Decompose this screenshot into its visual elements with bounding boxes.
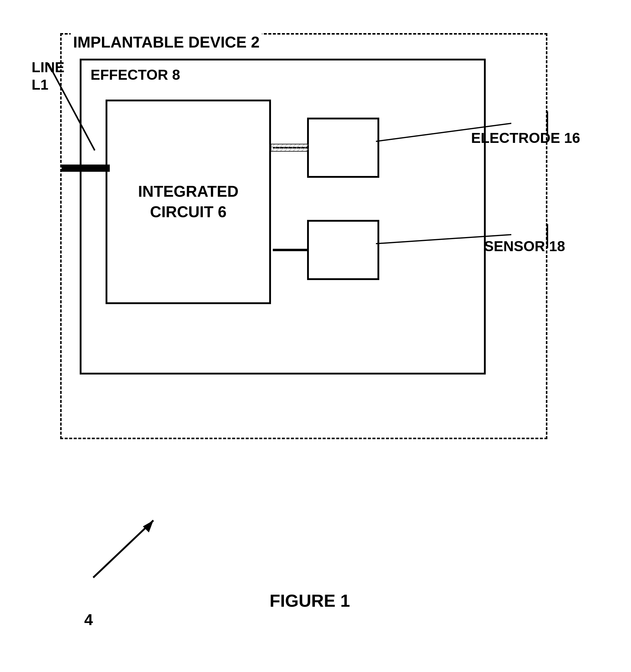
effector-label: EFFECTOR 8 [91, 67, 180, 83]
sensor-label: SENSOR 18 [484, 238, 565, 255]
sensor-box [307, 220, 379, 280]
svg-line-9 [93, 520, 153, 578]
diagram-container: IMPLANTABLE DEVICE 2 EFFECTOR 8 INTEGRAT… [24, 15, 596, 647]
figure-label: FIGURE 1 [269, 591, 350, 610]
implantable-device-label: IMPLANTABLE DEVICE 2 [71, 33, 262, 51]
electrode-box [307, 118, 379, 178]
svg-rect-1 [271, 144, 309, 151]
svg-marker-10 [143, 520, 153, 532]
line-label: LINEL1 [31, 59, 64, 93]
integrated-circuit-label: INTEGRATEDCIRCUIT 6 [138, 182, 239, 222]
electrode-label: ELECTRODE 16 [471, 130, 580, 146]
input-wire [62, 165, 110, 172]
integrated-circuit-box: INTEGRATEDCIRCUIT 6 [105, 100, 271, 304]
implantable-device-box: IMPLANTABLE DEVICE 2 EFFECTOR 8 INTEGRAT… [60, 33, 548, 439]
effector-box: EFFECTOR 8 INTEGRATEDCIRCUIT 6 [80, 59, 486, 375]
arrow-label: 4 [84, 610, 93, 629]
